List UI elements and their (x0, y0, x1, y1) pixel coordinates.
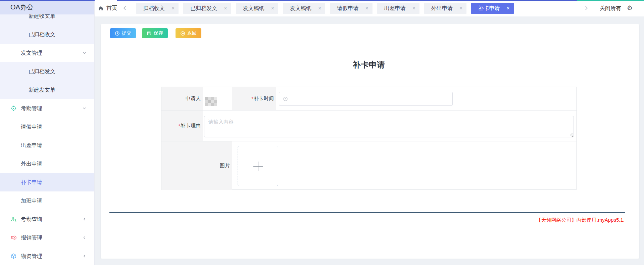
sidebar-item-6[interactable]: 请假申请 (0, 118, 94, 136)
sidebar-item-0[interactable]: 新建收文单 (0, 14, 94, 25)
tab-scroll-right-icon[interactable] (585, 5, 589, 11)
tab-label: 补卡申请 (478, 5, 500, 12)
progress-line-blue (117, 0, 577, 1)
print-divider (109, 212, 625, 213)
form-panel: 提交 保存 返回 补卡申请 申请人 (101, 24, 639, 259)
sidebar-item-label: 已归档发文 (29, 62, 55, 81)
applicant-value-cell (203, 87, 232, 111)
tab-5[interactable]: 出差申请 × (377, 3, 419, 14)
sidebar-item-3[interactable]: 已归档发文 (0, 62, 94, 81)
tab-close-icon[interactable]: × (365, 6, 368, 11)
sidebar-item-9[interactable]: 补卡申请 (0, 173, 94, 191)
tab-7[interactable]: 补卡申请 × (471, 3, 513, 14)
tab-strip: 归档收文 × 已归档发文 × 发文稿纸 × 发文稿纸 × 请假申请 × 出差申请… (136, 3, 583, 14)
home-icon (98, 5, 104, 11)
reason-label-cell: *补卡理由 (161, 111, 203, 141)
sidebar-item-label: 物资管理 (21, 247, 42, 265)
reason-textarea[interactable] (204, 116, 574, 137)
tab-home[interactable]: 首页 (98, 0, 117, 16)
tab-close-icon[interactable]: × (171, 6, 175, 11)
tab-label: 请假申请 (337, 5, 358, 12)
tab-close-icon[interactable]: × (506, 6, 509, 11)
applicant-label-cell: 申请人 (161, 87, 203, 111)
close-all-button[interactable]: 关闭所有 (600, 0, 621, 16)
sidebar-item-4[interactable]: 新建发文单 (0, 81, 94, 99)
tab-0[interactable]: 归档收文 × (136, 3, 179, 14)
tab-bar: 首页 归档收文 × 已归档发文 × 发文稿纸 × 发文稿纸 × 请假申请 × 出… (95, 0, 644, 16)
content-area: 提交 保存 返回 补卡申请 申请人 (95, 16, 644, 265)
sidebar-item-label: 补卡申请 (21, 173, 42, 191)
sidebar-item-label: 发文管理 (21, 44, 42, 62)
tab-close-icon[interactable]: × (412, 6, 415, 11)
footer-notice: 【天翎网络公司】内部使用.myApps5.1. (536, 217, 625, 223)
sidebar-menu: 新建收文单 已归档收文 发文管理 已归档发文 新建发文单 考勤管理 请假申请 出… (0, 14, 94, 265)
sidebar-item-7[interactable]: 出差申请 (0, 136, 94, 154)
sidebar-item-label: 新建发文单 (29, 81, 55, 99)
floppy-icon (147, 31, 152, 36)
progress-line-teal (577, 0, 644, 1)
sidebar-item-label: 考勤管理 (21, 99, 42, 118)
svg-text:¥: ¥ (14, 236, 15, 239)
tab-label: 已归档发文 (190, 5, 217, 12)
sidebar-item-label: 出差申请 (21, 136, 42, 154)
time-picker-input[interactable] (279, 92, 453, 106)
reason-label: 补卡理由 (181, 123, 201, 129)
sidebar-item-13[interactable]: 物资管理 (0, 247, 94, 265)
chevron-left-icon (83, 236, 86, 239)
home-tab-label: 首页 (106, 5, 117, 12)
required-mark: * (178, 123, 180, 129)
sidebar-item-label: 考勤查询 (21, 210, 42, 228)
required-mark: * (251, 96, 253, 101)
save-button-label: 保存 (154, 30, 163, 36)
image-upload-button[interactable] (238, 146, 278, 186)
submit-button[interactable]: 提交 (110, 28, 136, 38)
sidebar-item-2[interactable]: 发文管理 (0, 44, 94, 62)
attendance-target-icon (11, 105, 16, 111)
tab-6[interactable]: 外出申请 × (424, 3, 466, 14)
tab-3[interactable]: 发文稿纸 × (283, 3, 325, 14)
sidebar-item-11[interactable]: 考勤查询 (0, 210, 94, 228)
plus-icon (258, 162, 258, 171)
clock-icon (115, 31, 120, 36)
save-button[interactable]: 保存 (142, 28, 168, 38)
chevron-down-icon (83, 106, 86, 110)
app-title: OA办公 (0, 0, 94, 14)
sidebar-item-label: 外出申请 (21, 154, 42, 173)
tab-scroll-left-icon[interactable] (123, 5, 128, 11)
redacted-applicant-value (205, 97, 217, 106)
chevron-left-icon (83, 217, 86, 221)
applicant-label: 申请人 (186, 95, 201, 102)
tab-label: 归档收文 (143, 5, 165, 12)
back-arrow-icon (180, 31, 185, 36)
back-button[interactable]: 返回 (176, 28, 201, 38)
submit-button-label: 提交 (122, 30, 131, 36)
sidebar-item-12[interactable]: ¥ 报销管理 (0, 228, 94, 247)
chevron-down-icon (83, 51, 86, 55)
gear-icon[interactable]: ⚙ (627, 0, 633, 16)
tab-label: 外出申请 (431, 5, 453, 12)
tab-close-icon[interactable]: × (224, 6, 227, 11)
tab-close-icon[interactable]: × (271, 6, 274, 11)
sidebar: OA办公 新建收文单 已归档收文 发文管理 已归档发文 新建发文单 考勤管理 请… (0, 0, 95, 265)
time-value-cell (276, 87, 577, 111)
sidebar-item-5[interactable]: 考勤管理 (0, 99, 94, 118)
back-button-label: 返回 (187, 30, 197, 36)
tab-4[interactable]: 请假申请 × (330, 3, 372, 14)
tab-label: 出差申请 (384, 5, 406, 12)
sidebar-item-label: 报销管理 (21, 228, 42, 247)
tab-close-icon[interactable]: × (459, 6, 462, 11)
tab-1[interactable]: 已归档发文 × (183, 3, 231, 14)
sidebar-item-8[interactable]: 外出申请 (0, 154, 94, 173)
image-label: 图片 (220, 163, 230, 169)
progress-line-blue (0, 0, 95, 1)
tab-close-icon[interactable]: × (318, 6, 321, 11)
time-label-cell: *补卡时间 (232, 87, 276, 111)
tab-label: 发文稿纸 (243, 5, 264, 12)
sidebar-item-1[interactable]: 已归档收文 (0, 25, 94, 44)
image-label-cell: 图片 (161, 141, 232, 190)
sidebar-item-label: 加班申请 (21, 191, 42, 210)
sidebar-item-10[interactable]: 加班申请 (0, 191, 94, 210)
tab-2[interactable]: 发文稿纸 × (236, 3, 278, 14)
person-search-icon (11, 216, 16, 222)
tab-label: 发文稿纸 (290, 5, 311, 12)
